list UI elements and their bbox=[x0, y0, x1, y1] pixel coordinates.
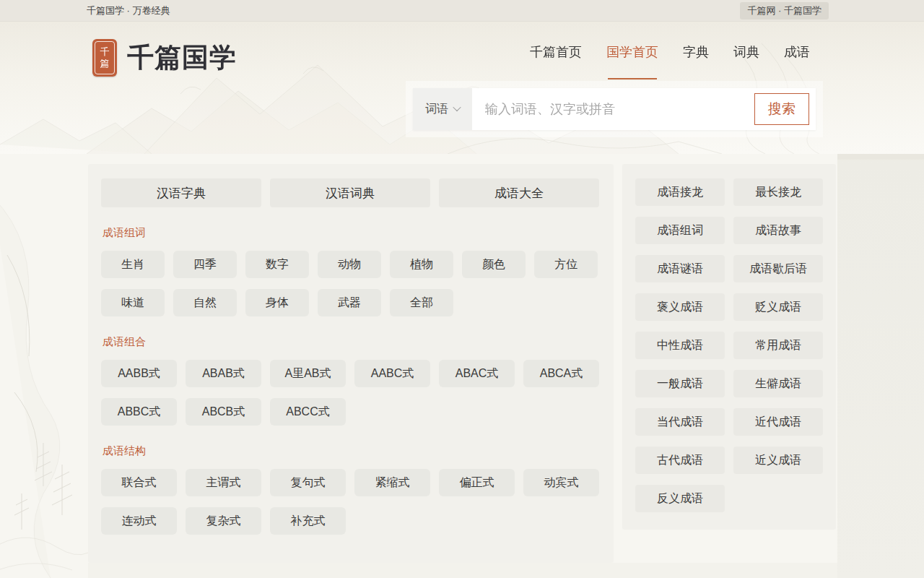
sidebar-link-button[interactable]: 成语组词 bbox=[635, 217, 725, 244]
tag-list: 联合式主谓式复句式紧缩式偏正式动宾式连动式复杂式补充式 bbox=[101, 469, 601, 535]
page: 千篇国学 · 万卷经典 千篇网 · 千篇国学 千 篇 bbox=[0, 0, 924, 578]
tag-button[interactable]: 全部 bbox=[390, 289, 453, 316]
sidebar-link-button[interactable]: 成语接龙 bbox=[635, 178, 725, 206]
search-area: 词语 搜索 bbox=[406, 81, 823, 137]
tag-button[interactable]: ABBC式 bbox=[101, 398, 177, 426]
header: 千 篇 千篇国学 千篇首页 国学首页 字典 词典 成语 词语 搜索 bbox=[0, 22, 924, 154]
seal-logo-icon: 千 篇 bbox=[92, 39, 117, 77]
nav-item-zidian[interactable]: 字典 bbox=[683, 43, 709, 61]
tag-button[interactable]: 自然 bbox=[173, 289, 237, 316]
quick-link-button[interactable]: 汉语字典 bbox=[101, 178, 261, 207]
section-chengyu-jiegou: 成语结构 联合式主谓式复句式紧缩式偏正式动宾式连动式复杂式补充式 bbox=[101, 444, 601, 535]
nav-item-guoxue-home[interactable]: 国学首页 bbox=[606, 43, 658, 61]
sidebar-link-button[interactable]: 生僻成语 bbox=[733, 370, 823, 397]
tag-button[interactable]: AABC式 bbox=[354, 360, 430, 387]
sidebar-link-button[interactable]: 褒义成语 bbox=[635, 293, 725, 321]
sidebar-link-button[interactable]: 成语谜语 bbox=[635, 255, 725, 282]
tag-button[interactable]: 动物 bbox=[318, 251, 381, 278]
topbar-brand: 千篇国学 · 万卷经典 bbox=[87, 4, 170, 17]
section-title: 成语组词 bbox=[103, 226, 599, 240]
search-input[interactable] bbox=[472, 88, 754, 130]
tag-button[interactable]: 动宾式 bbox=[523, 469, 599, 496]
tag-button[interactable]: ABAB式 bbox=[186, 360, 261, 387]
main-card: 汉语字典汉语词典成语大全 成语组词 生肖四季数字动物植物颜色方位味道自然身体武器… bbox=[88, 164, 614, 563]
tag-button[interactable]: 植物 bbox=[390, 251, 453, 278]
seal-char-top: 千 bbox=[100, 46, 110, 58]
tag-button[interactable]: 方位 bbox=[534, 251, 598, 278]
sidebar-link-button[interactable]: 最长接龙 bbox=[733, 178, 823, 206]
nav-item-home[interactable]: 千篇首页 bbox=[530, 43, 582, 61]
tag-button[interactable]: 补充式 bbox=[270, 507, 346, 535]
section-chengyu-zuci: 成语组词 生肖四季数字动物植物颜色方位味道自然身体武器全部 bbox=[101, 226, 601, 316]
quick-link-button[interactable]: 汉语词典 bbox=[270, 178, 430, 207]
tag-button[interactable]: 武器 bbox=[318, 289, 381, 316]
sidebar-link-button[interactable]: 近代成语 bbox=[733, 408, 823, 436]
search-bar: 词语 搜索 bbox=[413, 88, 816, 130]
sidebar-link-button[interactable]: 中性成语 bbox=[635, 332, 725, 359]
topbar-badge[interactable]: 千篇网 · 千篇国学 bbox=[740, 2, 829, 20]
site-title: 千篇国学 bbox=[127, 40, 237, 76]
tag-list: 生肖四季数字动物植物颜色方位味道自然身体武器全部 bbox=[101, 251, 601, 316]
search-button[interactable]: 搜索 bbox=[754, 93, 809, 125]
tag-button[interactable]: 复句式 bbox=[270, 469, 346, 496]
nav-item-chengyu[interactable]: 成语 bbox=[784, 43, 810, 61]
tag-button[interactable]: ABAC式 bbox=[439, 360, 515, 387]
search-category-select[interactable]: 词语 bbox=[413, 88, 472, 130]
tag-button[interactable]: 联合式 bbox=[101, 469, 177, 496]
main-nav: 千篇首页 国学首页 字典 词典 成语 bbox=[530, 43, 810, 61]
quick-link-button[interactable]: 成语大全 bbox=[439, 178, 599, 207]
tag-button[interactable]: 主谓式 bbox=[186, 469, 261, 496]
section-title: 成语组合 bbox=[103, 335, 599, 349]
tag-button[interactable]: 颜色 bbox=[462, 251, 526, 278]
sidebar-link-button[interactable]: 反义成语 bbox=[635, 485, 725, 512]
sidebar-link-button[interactable]: 成语歇后语 bbox=[733, 255, 823, 282]
tag-button[interactable]: 偏正式 bbox=[439, 469, 515, 496]
search-category-value: 词语 bbox=[425, 102, 448, 117]
tag-button[interactable]: ABCA式 bbox=[523, 360, 599, 387]
tag-button[interactable]: AABB式 bbox=[101, 360, 177, 387]
tag-button[interactable]: 连动式 bbox=[101, 507, 177, 535]
topbar: 千篇国学 · 万卷经典 千篇网 · 千篇国学 bbox=[0, 0, 924, 22]
nav-item-cidian[interactable]: 词典 bbox=[733, 43, 759, 61]
sidebar-link-button[interactable]: 当代成语 bbox=[635, 408, 725, 436]
sidebar-links: 成语接龙最长接龙成语组词成语故事成语谜语成语歇后语褒义成语贬义成语中性成语常用成… bbox=[635, 178, 823, 512]
left-painting-decoration bbox=[0, 154, 88, 578]
logo[interactable]: 千 篇 千篇国学 bbox=[92, 39, 237, 77]
sidebar-link-button[interactable]: 近义成语 bbox=[733, 447, 823, 474]
tag-button[interactable]: 数字 bbox=[245, 251, 309, 278]
tag-button[interactable]: 生肖 bbox=[101, 251, 165, 278]
sidebar-link-button[interactable]: 古代成语 bbox=[635, 447, 725, 474]
seal-char-bottom: 篇 bbox=[100, 58, 110, 69]
tag-button[interactable]: ABCB式 bbox=[186, 398, 261, 426]
section-title: 成语结构 bbox=[103, 444, 599, 458]
tag-button[interactable]: A里AB式 bbox=[270, 360, 346, 387]
sidebar-link-button[interactable]: 成语故事 bbox=[733, 217, 823, 244]
tag-button[interactable]: ABCC式 bbox=[270, 398, 346, 426]
tag-button[interactable]: 四季 bbox=[173, 251, 237, 278]
tag-button[interactable]: 身体 bbox=[245, 289, 309, 316]
tag-button[interactable]: 复杂式 bbox=[186, 507, 261, 535]
bottom-margin bbox=[88, 563, 837, 578]
sidebar-link-button[interactable]: 一般成语 bbox=[635, 370, 725, 397]
tag-button[interactable]: 味道 bbox=[101, 289, 165, 316]
sidebar-link-button[interactable]: 常用成语 bbox=[733, 332, 823, 359]
sidebar-card: 成语接龙最长接龙成语组词成语故事成语谜语成语歇后语褒义成语贬义成语中性成语常用成… bbox=[622, 164, 836, 530]
chevron-down-icon bbox=[453, 103, 461, 111]
section-chengyu-zuhe: 成语组合 AABB式ABAB式A里AB式AABC式ABAC式ABCA式ABBC式… bbox=[101, 335, 601, 426]
tag-list: AABB式ABAB式A里AB式AABC式ABAC式ABCA式ABBC式ABCB式… bbox=[101, 360, 601, 426]
tag-button[interactable]: 紧缩式 bbox=[354, 469, 430, 496]
sidebar-link-button[interactable]: 贬义成语 bbox=[733, 293, 823, 321]
quick-links: 汉语字典汉语词典成语大全 bbox=[101, 178, 601, 207]
